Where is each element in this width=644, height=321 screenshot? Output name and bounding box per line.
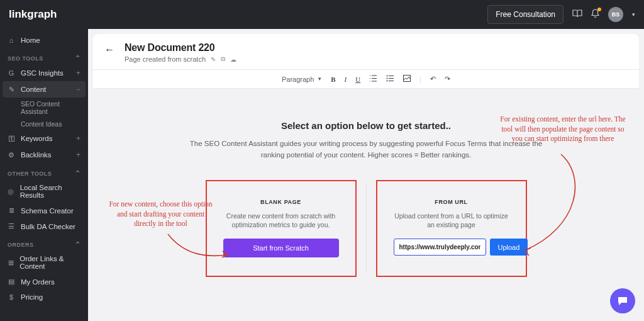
card-divider bbox=[366, 184, 367, 273]
chat-fab[interactable] bbox=[610, 288, 635, 313]
edit-icon[interactable]: ✎ bbox=[211, 56, 216, 63]
svg-point-0 bbox=[387, 76, 388, 77]
card-title-blank: BLANK PAGE bbox=[223, 199, 339, 205]
chevron-down-icon: ▼ bbox=[317, 76, 322, 82]
italic-button[interactable]: I bbox=[345, 76, 347, 83]
sidebar-item-label: My Orders bbox=[21, 278, 55, 286]
sidebar-item-local-search[interactable]: ◎ Local Search Results bbox=[0, 180, 88, 203]
from-url-card: FROM URL Upload content from a URL to op… bbox=[376, 180, 527, 277]
topbar: linkgraph Free Consultation BS ▾ bbox=[0, 0, 644, 29]
ordered-list-button[interactable] bbox=[369, 75, 377, 83]
card-title-url: FROM URL bbox=[394, 199, 509, 205]
sidebar-item-content[interactable]: ✎ Content − bbox=[3, 81, 86, 98]
svg-point-2 bbox=[387, 81, 388, 82]
main: ← New Document 220 Page created from scr… bbox=[88, 29, 644, 321]
sidebar-sub-seo-content-assistant[interactable]: SEO Content Assistant bbox=[0, 98, 88, 118]
page-header: ← New Document 220 Page created from scr… bbox=[93, 34, 639, 70]
minus-icon: − bbox=[76, 85, 80, 94]
chevron-up-icon: ⌃ bbox=[75, 54, 81, 62]
sidebar-item-bulk-da[interactable]: ☰ Bulk DA Checker bbox=[0, 218, 88, 234]
google-icon: G bbox=[8, 69, 15, 77]
card-desc-blank: Create new content from scratch with opt… bbox=[223, 211, 339, 230]
hero-description: The SEO Content Assistant guides your wr… bbox=[184, 138, 548, 161]
bold-button[interactable]: B bbox=[331, 76, 335, 83]
start-from-scratch-button[interactable]: Start from Scratch bbox=[223, 239, 339, 257]
svg-point-1 bbox=[387, 78, 388, 79]
back-arrow-icon[interactable]: ← bbox=[104, 42, 114, 55]
sidebar-item-backlinks[interactable]: ⚙ Backlinks + bbox=[0, 147, 88, 163]
redo-button[interactable]: ↷ bbox=[445, 75, 450, 83]
sidebar-item-pricing[interactable]: $ Pricing bbox=[0, 290, 88, 305]
sidebar-item-label: Bulk DA Checker bbox=[21, 223, 75, 230]
orders-icon: ▤ bbox=[8, 278, 15, 286]
book-icon[interactable] bbox=[572, 9, 582, 20]
link-icon: ⚙ bbox=[8, 151, 15, 159]
blank-page-card: BLANK PAGE Create new content from scrat… bbox=[206, 180, 357, 277]
svg-rect-3 bbox=[404, 76, 411, 82]
dollar-icon: $ bbox=[8, 293, 15, 301]
plus-icon: + bbox=[76, 150, 80, 159]
editor-toolbar: Paragraph ▼ B I U | ↶ ↷ bbox=[93, 70, 639, 89]
avatar[interactable]: BS bbox=[608, 7, 623, 22]
sidebar-item-label: Pricing bbox=[21, 293, 43, 301]
sidebar-item-label: Local Search Results bbox=[20, 184, 80, 199]
logo: linkgraph bbox=[9, 8, 57, 21]
sidebar: ⌂ Home SEO TOOLS ⌃ G GSC Insights + ✎ Co… bbox=[0, 29, 88, 321]
chevron-down-icon[interactable]: ▾ bbox=[632, 11, 635, 18]
sidebar-section-orders[interactable]: ORDERS ⌃ bbox=[0, 234, 88, 251]
copy-icon[interactable]: ⧉ bbox=[221, 55, 225, 63]
cloud-icon[interactable]: ☁ bbox=[230, 56, 236, 63]
cart-icon: ⊞ bbox=[8, 259, 14, 267]
pin-icon: ◎ bbox=[8, 188, 14, 196]
sidebar-item-keywords[interactable]: ⚿ Keywords + bbox=[0, 130, 88, 147]
layers-icon: ☰ bbox=[8, 222, 15, 230]
free-consultation-button[interactable]: Free Consultation bbox=[487, 5, 564, 24]
sidebar-item-label: Order Links & Content bbox=[19, 255, 80, 270]
notifications-icon[interactable] bbox=[591, 9, 599, 20]
sidebar-section-other-tools[interactable]: OTHER TOOLS ⌃ bbox=[0, 163, 88, 180]
upload-button[interactable]: Upload bbox=[490, 239, 528, 256]
schema-icon: ≣ bbox=[8, 206, 15, 215]
sidebar-item-label: Content bbox=[21, 86, 46, 93]
sidebar-sub-content-ideas[interactable]: Content Ideas bbox=[0, 118, 88, 130]
url-input[interactable] bbox=[394, 239, 486, 256]
sidebar-item-order-links[interactable]: ⊞ Order Links & Content bbox=[0, 251, 88, 274]
sidebar-item-schema-creator[interactable]: ≣ Schema Creator bbox=[0, 203, 88, 218]
underline-button[interactable]: U bbox=[355, 76, 360, 83]
sidebar-item-label: Schema Creator bbox=[21, 207, 74, 215]
key-icon: ⚿ bbox=[8, 135, 15, 142]
plus-icon: + bbox=[76, 69, 80, 77]
sidebar-item-gsc-insights[interactable]: G GSC Insights + bbox=[0, 65, 88, 81]
page-title: New Document 220 bbox=[125, 42, 236, 54]
sidebar-item-label: GSC Insights bbox=[21, 69, 64, 77]
sidebar-item-my-orders[interactable]: ▤ My Orders bbox=[0, 274, 88, 290]
annotation-right: For existing content, enter the url here… bbox=[497, 115, 629, 144]
page-subtitle: Page created from scratch bbox=[125, 55, 206, 63]
chevron-up-icon: ⌃ bbox=[75, 169, 81, 177]
plus-icon: + bbox=[76, 134, 80, 143]
sidebar-item-label: Home bbox=[21, 37, 40, 44]
card-desc-url: Upload content from a URL to optimize an… bbox=[394, 211, 509, 230]
paragraph-dropdown[interactable]: Paragraph ▼ bbox=[282, 76, 322, 83]
unordered-list-button[interactable] bbox=[386, 75, 394, 83]
sidebar-item-label: Backlinks bbox=[21, 151, 52, 159]
content-icon: ✎ bbox=[8, 86, 15, 94]
sidebar-item-home[interactable]: ⌂ Home bbox=[0, 29, 88, 48]
sidebar-section-seo-tools[interactable]: SEO TOOLS ⌃ bbox=[0, 48, 88, 65]
sidebar-item-label: Keywords bbox=[21, 135, 53, 142]
undo-button[interactable]: ↶ bbox=[430, 75, 436, 83]
home-icon: ⌂ bbox=[8, 37, 15, 44]
image-button[interactable] bbox=[403, 75, 411, 83]
annotation-left: For new content, choose this option and … bbox=[106, 200, 216, 229]
chevron-up-icon: ⌃ bbox=[75, 240, 81, 249]
